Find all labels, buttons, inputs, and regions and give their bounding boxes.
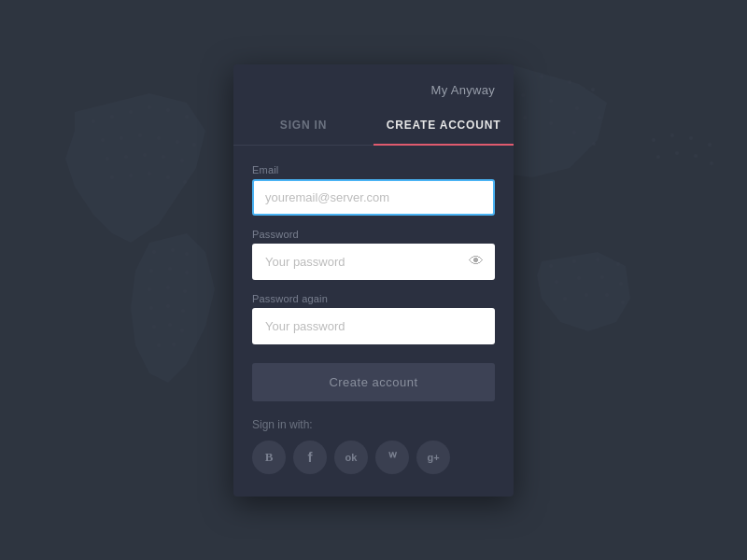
svg-point-65 <box>572 259 576 263</box>
svg-point-13 <box>124 155 128 159</box>
svg-point-89 <box>168 323 172 327</box>
svg-point-54 <box>575 106 579 110</box>
svg-point-11 <box>192 143 196 147</box>
svg-point-68 <box>555 280 558 284</box>
svg-point-92 <box>172 343 176 346</box>
svg-point-17 <box>110 175 114 179</box>
svg-point-91 <box>157 343 161 347</box>
svg-point-61 <box>549 121 553 125</box>
password-field-group: Password 👁 <box>252 229 495 280</box>
svg-point-88 <box>152 325 156 329</box>
svg-point-1 <box>110 115 114 119</box>
svg-point-79 <box>149 269 153 273</box>
password-field-wrapper: 👁 <box>252 244 495 280</box>
social-label: Sign in with: <box>252 418 495 431</box>
svg-point-74 <box>605 293 609 297</box>
svg-point-82 <box>148 287 151 291</box>
eye-icon[interactable]: 👁 <box>469 254 484 269</box>
svg-point-0 <box>92 119 95 123</box>
tab-sign-in[interactable]: SIGN IN <box>233 107 374 145</box>
svg-point-93 <box>652 138 655 142</box>
svg-point-86 <box>166 304 170 308</box>
svg-point-76 <box>152 250 156 254</box>
svg-point-81 <box>185 271 189 274</box>
svg-point-67 <box>616 262 620 266</box>
svg-point-64 <box>549 264 553 268</box>
email-field-wrapper <box>252 179 495 216</box>
svg-point-63 <box>592 142 596 146</box>
svg-point-83 <box>166 286 170 289</box>
tab-create-account[interactable]: CREATE ACCOUNT <box>374 107 514 146</box>
card-body: Email Password 👁 Password again Create a… <box>233 146 514 497</box>
svg-point-7 <box>120 136 123 140</box>
svg-point-55 <box>598 116 601 119</box>
svg-point-45 <box>540 75 543 78</box>
svg-point-62 <box>572 131 576 134</box>
svg-point-98 <box>675 151 679 155</box>
auth-card: My Anyway SIGN IN CREATE ACCOUNT Email P… <box>233 64 514 497</box>
svg-point-47 <box>591 88 595 91</box>
svg-point-19 <box>148 172 151 175</box>
svg-point-52 <box>521 93 525 97</box>
tab-bar: SIGN IN CREATE ACCOUNT <box>233 107 514 146</box>
create-account-button[interactable]: Create account <box>252 363 495 401</box>
svg-point-14 <box>143 153 147 157</box>
social-icons-list: B f ok ᵂ g+ <box>252 441 495 474</box>
svg-point-96 <box>708 143 712 147</box>
svg-point-73 <box>585 293 588 297</box>
email-field-group: Email <box>252 164 495 216</box>
svg-point-100 <box>710 161 713 165</box>
password-again-field-wrapper <box>252 308 495 344</box>
svg-point-60 <box>523 116 527 119</box>
app-name: My Anyway <box>431 83 495 97</box>
svg-point-8 <box>138 133 142 137</box>
svg-point-2 <box>129 110 133 114</box>
google-plus-icon[interactable]: g+ <box>416 441 450 474</box>
svg-point-84 <box>183 289 187 293</box>
card-header: My Anyway <box>233 64 514 98</box>
svg-point-6 <box>101 138 105 142</box>
svg-point-16 <box>180 159 184 162</box>
svg-point-99 <box>694 154 698 158</box>
password-again-input[interactable] <box>254 310 493 343</box>
svg-point-66 <box>596 258 599 261</box>
facebook-icon[interactable]: f <box>293 441 327 474</box>
svg-point-78 <box>185 252 189 256</box>
twitter-icon[interactable]: ᵂ <box>375 441 409 474</box>
svg-point-18 <box>129 174 133 177</box>
svg-point-75 <box>621 301 625 304</box>
odnoklassniki-icon[interactable]: ok <box>334 441 368 474</box>
svg-point-53 <box>549 99 553 103</box>
svg-point-12 <box>106 157 109 161</box>
password-label: Password <box>252 229 495 240</box>
svg-point-95 <box>689 136 693 140</box>
svg-point-80 <box>168 267 172 271</box>
svg-point-87 <box>181 309 185 313</box>
password-again-label: Password again <box>252 293 495 304</box>
svg-point-77 <box>171 248 175 252</box>
svg-point-71 <box>619 282 623 286</box>
svg-point-9 <box>157 136 161 140</box>
svg-point-46 <box>568 80 571 84</box>
svg-point-20 <box>166 175 170 179</box>
svg-point-97 <box>656 155 660 159</box>
svg-point-4 <box>166 108 170 112</box>
svg-point-94 <box>670 133 674 137</box>
password-again-field-group: Password again <box>252 293 495 344</box>
svg-point-70 <box>600 275 604 279</box>
svg-point-3 <box>148 105 151 109</box>
svg-point-21 <box>183 180 187 184</box>
email-input[interactable] <box>254 181 493 214</box>
svg-point-15 <box>162 155 165 159</box>
svg-point-85 <box>149 306 153 310</box>
vk-icon[interactable]: B <box>252 441 286 474</box>
password-input[interactable] <box>254 245 493 278</box>
svg-point-69 <box>577 276 581 280</box>
svg-point-10 <box>176 140 179 144</box>
svg-point-72 <box>563 297 567 301</box>
social-section: Sign in with: B f ok ᵂ g+ <box>252 418 495 474</box>
svg-point-5 <box>185 115 189 119</box>
email-label: Email <box>252 164 495 175</box>
svg-point-90 <box>180 329 184 332</box>
